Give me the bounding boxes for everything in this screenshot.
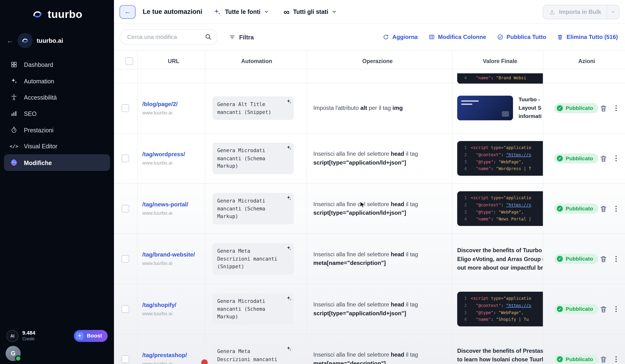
- import-bulk-button[interactable]: Importa in Bulk: [543, 4, 620, 19]
- brand-logo-icon: [31, 8, 43, 20]
- brand-logo: tuurbo: [0, 0, 114, 29]
- refresh-button[interactable]: Aggiorna: [383, 34, 418, 40]
- globe-icon: [10, 159, 18, 166]
- status-label: Pubblicato: [565, 206, 593, 212]
- bar-chart-icon: [10, 110, 18, 117]
- check-icon: ✓: [557, 155, 563, 161]
- edit-columns-button[interactable]: Modifica Colonne: [428, 34, 486, 40]
- row-automation-label: Genera Meta Descrizioni mancanti (Snippe…: [217, 248, 280, 270]
- delete-all-button[interactable]: Elimina Tutto (516): [557, 34, 618, 40]
- sidebar-item-dashboard[interactable]: Dashboard: [4, 57, 110, 73]
- site-selector[interactable]: ← tuurbo.ai: [0, 30, 114, 51]
- accessibility-icon: [10, 94, 18, 101]
- table-row: /tag/wordpress/ www.tuurbo.ai Genera Mic…: [114, 133, 625, 184]
- row-checkbox[interactable]: [122, 205, 129, 212]
- code-preview: 1<script type="applicatio2 "@context": "…: [457, 141, 543, 176]
- credits-label: Crediti: [22, 336, 35, 341]
- sidebar-back-icon[interactable]: ←: [6, 36, 14, 45]
- status-dropdown[interactable]: ∞ Tutti gli stati: [283, 8, 337, 16]
- sidebar-item-accessibilita[interactable]: Accessibilità: [4, 89, 110, 105]
- delete-row-button[interactable]: [599, 355, 607, 363]
- select-all-checkbox[interactable]: [126, 57, 133, 65]
- chevron-down-icon: [264, 9, 269, 14]
- table-row: /blog/page/2/ www.tuurbo.ai Genera Alt T…: [114, 83, 625, 133]
- row-url-link[interactable]: /tag/wordpress/: [142, 151, 205, 157]
- check-icon: ✓: [557, 256, 563, 262]
- row-menu-button[interactable]: ⋮: [613, 105, 619, 112]
- code-preview: 1<script type="applicatio2 "@context": "…: [457, 292, 543, 327]
- row-checkbox[interactable]: [122, 255, 129, 263]
- back-button[interactable]: ←: [120, 5, 136, 19]
- row-checkbox[interactable]: [122, 154, 129, 162]
- code-preview: 4 "name": "Brand Websi: [457, 73, 543, 84]
- row-checkbox[interactable]: [122, 355, 129, 363]
- sparkle-icon: [286, 296, 291, 301]
- status-dropdown-label: Tutti gli stati: [293, 8, 328, 15]
- filter-label: Filtra: [239, 34, 254, 40]
- row-url-link[interactable]: /blog/page/2/: [142, 101, 205, 107]
- delete-row-button[interactable]: [599, 305, 607, 313]
- delete-row-button[interactable]: [599, 104, 607, 112]
- status-label: Pubblicato: [565, 356, 593, 362]
- avatar-letter: G: [11, 350, 15, 357]
- col-header-valore-finale: Valore Finale: [483, 58, 517, 64]
- check-icon: ✓: [557, 105, 563, 111]
- row-menu-button[interactable]: ⋮: [613, 255, 619, 262]
- row-final-value: Discover the benefits of Prestasto learn…: [457, 346, 543, 364]
- row-url-link[interactable]: /tag/brand-website/: [142, 251, 205, 258]
- sidebar-item-visual-editor[interactable]: </> Visual Editor: [4, 138, 110, 154]
- row-menu-button[interactable]: ⋮: [613, 306, 619, 312]
- final-text: Discover the benefits of Prestasto learn…: [457, 346, 543, 364]
- row-checkbox[interactable]: [122, 305, 129, 313]
- row-automation-box: Genera Microdati mancanti (Schema Markup…: [212, 294, 294, 325]
- search-input[interactable]: [120, 29, 218, 45]
- row-menu-button[interactable]: ⋮: [613, 356, 619, 363]
- row-url-link[interactable]: /tag/news-portal/: [142, 201, 205, 208]
- boost-button[interactable]: + Boost: [74, 330, 107, 342]
- row-operation: Inserisci alla fine del selettore head i…: [313, 200, 441, 217]
- row-domain: www.tuurbo.ai: [142, 311, 205, 316]
- publish-all-button[interactable]: Pubblica Tutto: [497, 34, 546, 40]
- row-url-link[interactable]: /tag/prestashop/: [142, 352, 205, 358]
- row-menu-button[interactable]: ⋮: [613, 205, 619, 212]
- sparkle-icon: [286, 195, 291, 201]
- sources-dropdown[interactable]: Tutte le fonti: [213, 8, 269, 16]
- row-operation: Inserisci alla fine del selettore head i…: [313, 351, 441, 364]
- status-badge: ✓ Pubblicato: [554, 103, 598, 113]
- status-badge: ✓ Pubblicato: [554, 304, 598, 314]
- final-caption: Tuurbo -Layout Sinformati: [519, 96, 542, 121]
- status-badge: ✓ Pubblicato: [554, 204, 598, 214]
- sidebar-item-automation[interactable]: Automation: [4, 73, 110, 89]
- modifications-table: URL Automation Operazione Valore Finale …: [114, 50, 625, 364]
- row-url-link[interactable]: /tag/shopify/: [142, 302, 205, 308]
- sidebar-item-modifiche[interactable]: Modifiche: [4, 154, 110, 171]
- row-final-value: 1<script type="applicatio2 "@context": "…: [457, 191, 543, 226]
- search-icon[interactable]: [205, 33, 212, 41]
- delete-row-button[interactable]: [599, 205, 607, 212]
- row-checkbox[interactable]: [122, 104, 129, 112]
- delete-row-button[interactable]: [599, 154, 607, 162]
- row-domain: www.tuurbo.ai: [142, 110, 205, 115]
- topbar: ← Le tue automazioni Tutte le fonti ∞ Tu…: [114, 0, 625, 24]
- sidebar-item-label: Visual Editor: [24, 143, 57, 149]
- import-bulk-caret[interactable]: [607, 5, 619, 19]
- sidebar-item-label: Accessibilità: [24, 94, 57, 101]
- table-row: /tag/brand-website/ www.tuurbo.ai Genera…: [114, 234, 625, 284]
- row-menu-button[interactable]: ⋮: [613, 155, 619, 162]
- col-header-url: URL: [168, 58, 179, 64]
- filter-button[interactable]: Filtra: [229, 34, 254, 40]
- delete-row-button[interactable]: [599, 255, 607, 263]
- status-label: Pubblicato: [565, 306, 593, 312]
- col-header-automation: Automation: [241, 58, 272, 64]
- sidebar-item-label: Modifiche: [24, 159, 52, 166]
- sidebar-item-seo[interactable]: SEO: [4, 106, 110, 121]
- final-thumbnail: [457, 96, 513, 120]
- code-preview: 1<script type="applicatio2 "@context": "…: [457, 191, 543, 226]
- user-avatar[interactable]: G: [5, 346, 21, 361]
- sidebar-item-prestazioni[interactable]: Prestazioni: [4, 122, 110, 138]
- partial-table-row: 4 "name": "Brand Websi: [114, 69, 625, 83]
- row-automation-label: Genera Microdati mancanti (Schema Markup…: [217, 298, 268, 320]
- sources-dropdown-label: Tutte le fonti: [225, 8, 260, 15]
- dashboard-icon: [10, 61, 18, 68]
- row-automation-box: Genera Microdati mancanti (Schema Markup…: [212, 193, 294, 224]
